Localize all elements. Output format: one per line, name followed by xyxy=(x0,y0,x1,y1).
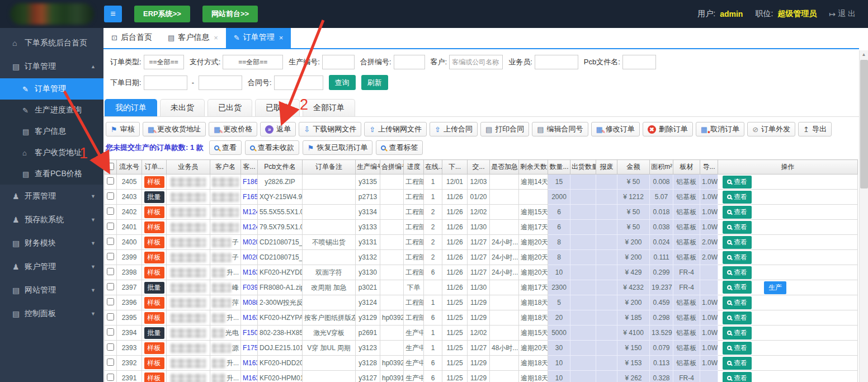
row-checkbox[interactable] xyxy=(107,253,114,260)
contract-no-input[interactable] xyxy=(274,76,323,90)
sidebar-item-finance-module[interactable]: ▤财务模块▼ xyxy=(0,232,103,255)
customer-code-link[interactable]: M163 xyxy=(243,374,258,382)
customer-code-link[interactable]: F175 xyxy=(243,344,258,352)
tab-customer-info[interactable]: ▤客户信息× xyxy=(160,27,226,48)
view-order-button[interactable]: 查看 xyxy=(723,357,752,370)
row-checkbox[interactable] xyxy=(107,374,114,381)
production-button[interactable]: 生产 xyxy=(764,281,786,294)
row-checkbox[interactable] xyxy=(107,298,114,305)
sidebar-item-invoice-mgmt[interactable]: ♟开票管理▼ xyxy=(0,185,103,208)
view-order-button[interactable]: 查看 xyxy=(723,251,752,264)
view-order-button[interactable]: 查看 xyxy=(723,221,752,234)
menu-toggle-button[interactable]: ≡ xyxy=(104,6,122,22)
sidebar-item-production-progress[interactable]: ✎生产进度查询 xyxy=(0,100,103,121)
view-button[interactable]: 查看 xyxy=(209,140,242,155)
print-contract-button[interactable]: ▤打印合同 xyxy=(480,122,529,136)
row-checkbox[interactable] xyxy=(107,328,114,336)
view-order-button[interactable]: 查看 xyxy=(723,206,752,219)
refresh-button[interactable]: 刷新 xyxy=(361,75,388,90)
sidebar-item-customer-address[interactable]: ⌂客户收货地址 xyxy=(0,142,103,163)
row-checkbox[interactable] xyxy=(107,238,114,245)
customer-code-link[interactable]: F186 xyxy=(243,178,258,186)
order-tab-1[interactable]: 未出货 xyxy=(160,99,205,116)
audit-button[interactable]: ⚑审核 xyxy=(106,122,140,136)
row-checkbox[interactable] xyxy=(107,313,114,320)
order-type-select[interactable]: ==全部== xyxy=(144,55,184,69)
search-button[interactable]: 查询 xyxy=(329,75,356,90)
order-tab-0[interactable]: 我的订单 xyxy=(105,99,157,116)
view-order-button[interactable]: 查看 xyxy=(723,372,752,382)
upload-contract-button[interactable]: ⇧上传合同 xyxy=(430,122,478,136)
tab-order-mgmt[interactable]: ✎订单管理× xyxy=(226,27,291,48)
view-order-button[interactable]: 查看 xyxy=(723,327,752,339)
customer-code-link[interactable]: M020 xyxy=(243,238,258,246)
view-order-button[interactable]: 查看 xyxy=(723,266,752,279)
order-tab-4[interactable]: 全部订单 xyxy=(303,99,355,116)
row-checkbox[interactable] xyxy=(107,359,114,366)
order-outsource-button[interactable]: ⊘订单外发 xyxy=(747,122,795,136)
customer-code-link[interactable]: F039 xyxy=(243,284,258,291)
logout-button[interactable]: ↦ 退出 xyxy=(829,9,858,19)
sidebar-item-home[interactable]: ⌂下单系统后台首页 xyxy=(0,31,103,55)
sidebar-item-order-mgmt-parent[interactable]: ▤订单管理▲ xyxy=(0,55,103,78)
select-all-checkbox[interactable] xyxy=(107,163,114,170)
customer-code-link[interactable]: M020 xyxy=(243,253,258,261)
customer-code-link[interactable]: F150 xyxy=(243,329,258,337)
sidebar-item-control-panel[interactable]: ▤控制面板▼ xyxy=(0,302,103,326)
change-price-button[interactable]: ▦✎更改价格 xyxy=(209,122,257,136)
view-order-button[interactable]: 查看 xyxy=(723,312,752,324)
view-order-button[interactable]: 查看 xyxy=(723,296,752,309)
view-unpaid-button[interactable]: 查看未收款 xyxy=(245,140,299,155)
prod-no-input[interactable] xyxy=(322,55,355,69)
pcb-file-input[interactable] xyxy=(622,55,656,69)
tab-backstage-home[interactable]: ⊡后台首页 xyxy=(103,27,160,48)
sidebar-item-pcb-price[interactable]: ▤查看PCB价格 xyxy=(0,163,103,185)
row-checkbox[interactable] xyxy=(107,192,114,200)
row-checkbox[interactable] xyxy=(107,268,114,275)
upload-stencil-button[interactable]: ⇧上传钢网文件 xyxy=(364,122,427,136)
view-order-button[interactable]: 查看 xyxy=(723,281,752,294)
customer-input[interactable] xyxy=(449,55,503,69)
order-tab-2[interactable]: 已出货 xyxy=(207,99,252,116)
change-address-button[interactable]: ▦✎更改收货地址 xyxy=(143,122,206,136)
sidebar-item-customer-info[interactable]: ▤客户信息 xyxy=(0,121,103,142)
scroll-up-arrow-icon[interactable]: ▲ xyxy=(860,50,868,59)
scrollbar-thumb[interactable] xyxy=(860,60,868,188)
view-order-button[interactable]: 查看 xyxy=(723,342,752,355)
delete-order-button[interactable]: ✖删除订单 xyxy=(643,122,693,136)
cancel-order-button[interactable]: ▦●取消订单 xyxy=(696,122,744,136)
customer-code-link[interactable]: M163 xyxy=(243,359,258,367)
view-order-button[interactable]: 查看 xyxy=(723,191,752,204)
reorder-button[interactable]: »返单 xyxy=(260,122,296,136)
download-stencil-button[interactable]: ⇩下载钢网文件 xyxy=(299,122,361,136)
export-button[interactable]: ↥导出 xyxy=(798,122,832,136)
customer-code-link[interactable]: M163 xyxy=(243,268,258,276)
sidebar-item-account-mgmt[interactable]: ♟账户管理▼ xyxy=(0,255,103,279)
pay-method-select[interactable]: ==全部== xyxy=(223,55,283,69)
order-tab-3[interactable]: 已取消 xyxy=(255,99,300,116)
sidebar-item-prepaid-system[interactable]: ♟预存款系统▼ xyxy=(0,208,103,232)
view-order-button[interactable]: 查看 xyxy=(723,236,752,249)
customer-code-link[interactable]: M124 xyxy=(243,208,258,216)
view-labels-button[interactable]: 查看标签 xyxy=(376,140,423,155)
sidebar-item-website-mgmt[interactable]: ▤网站管理▼ xyxy=(0,279,103,302)
row-checkbox[interactable] xyxy=(107,207,114,215)
vertical-scrollbar[interactable]: ▲ xyxy=(859,50,868,382)
order-date-from-input[interactable] xyxy=(144,76,187,90)
sales-input[interactable] xyxy=(535,55,578,69)
row-checkbox[interactable] xyxy=(107,223,114,230)
order-date-to-input[interactable] xyxy=(199,76,242,90)
edit-contract-no-button[interactable]: ▤编辑合同号 xyxy=(532,122,588,136)
row-checkbox[interactable] xyxy=(107,283,114,290)
site-front-button[interactable]: 网站前台>> xyxy=(202,6,258,22)
erp-system-button[interactable]: ERP系统>> xyxy=(134,6,190,22)
modify-order-button[interactable]: ▦✎修改订单 xyxy=(591,122,640,136)
customer-code-link[interactable]: M124 xyxy=(243,223,258,231)
customer-code-link[interactable]: F165 xyxy=(243,193,258,201)
view-order-button[interactable]: 查看 xyxy=(723,176,752,188)
row-checkbox[interactable] xyxy=(107,177,114,185)
tab-close-icon[interactable]: × xyxy=(214,34,218,42)
panel-no-input[interactable] xyxy=(394,55,425,69)
restore-cancelled-button[interactable]: ⚑恢复已取消订单 xyxy=(303,140,373,155)
tab-close-icon[interactable]: × xyxy=(279,34,284,42)
